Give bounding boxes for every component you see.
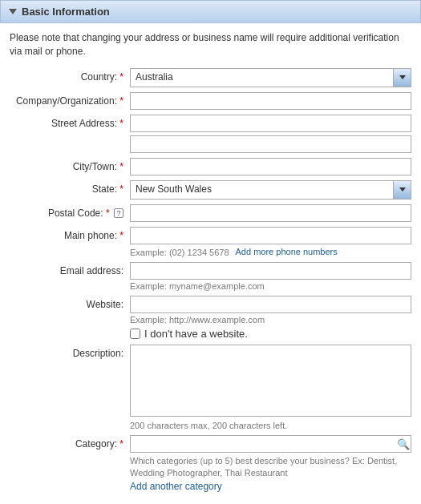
street-required: * [119,118,123,129]
website-label: Website: [10,296,130,310]
category-required: * [119,438,123,450]
category-hint: Which categories (up to 5) best describe… [130,455,411,480]
postal-input[interactable] [130,204,411,222]
email-input-cell: Example: myname@example.com [130,262,411,291]
state-dropdown-btn[interactable] [393,181,411,199]
website-input-cell: Example: http://www.example.com I don't … [130,296,411,340]
city-input-cell [130,158,411,175]
collapse-icon [9,9,17,14]
description-textarea[interactable] [130,345,411,417]
city-row: City/Town: * [10,158,411,175]
country-required: * [119,71,123,83]
city-required: * [119,161,123,172]
category-input-wrapper: 🔍 [130,435,411,453]
phone-row: Main phone: * Example: (02) 1234 5678 Ad… [10,227,411,257]
state-select-wrapper[interactable]: New South Wales [130,180,411,200]
website-row: Website: Example: http://www.example.com… [10,296,411,340]
no-website-checkbox[interactable] [130,329,140,339]
postal-help-icon[interactable]: ? [114,208,123,218]
street-input-2[interactable] [130,135,411,153]
company-input-cell [130,92,411,110]
description-char-count: 200 characters max, 200 characters left. [130,421,411,430]
postal-label: Postal Code: * ? [10,204,130,219]
state-required: * [119,183,123,195]
category-label: Category: * [10,435,130,450]
postal-required: * [106,208,110,219]
street-row: Street Address: * [10,115,411,153]
category-search-icon[interactable]: 🔍 [397,437,410,450]
category-row: Category: * 🔍 Which categories (up to 5)… [10,435,411,493]
phone-input[interactable] [130,227,411,244]
section-title: Basic Information [22,6,110,18]
website-example: Example: http://www.example.com [130,315,411,325]
country-input-cell: Australia [130,68,411,87]
postal-input-cell [130,204,411,222]
no-website-row: I don't have a website. [130,328,411,340]
company-label: Company/Organization: * [10,92,130,107]
city-input[interactable] [130,158,411,175]
city-label: City/Town: * [10,158,130,172]
add-phone-link[interactable]: Add more phone numbers [236,247,338,256]
website-input[interactable] [130,296,411,313]
state-label: State: * [10,180,130,195]
email-example: Example: myname@example.com [130,281,411,291]
phone-hint-row: Example: (02) 1234 5678 Add more phone n… [130,246,411,257]
section-header[interactable]: Basic Information [0,0,421,23]
info-text: Please note that changing your address o… [0,23,421,65]
category-input[interactable] [130,435,411,453]
description-label: Description: [10,345,130,359]
email-label: Email address: [10,262,130,276]
company-input[interactable] [130,92,411,110]
country-row: Country: * Australia [10,68,411,87]
company-required: * [119,95,123,107]
country-select-value: Australia [131,69,393,87]
form-area: Country: * Australia Company/Organizatio… [0,65,421,504]
state-select-value: New South Wales [131,181,393,199]
street-input-cell [130,115,411,153]
description-row: Description: 200 characters max, 200 cha… [10,345,411,430]
phone-example: Example: (02) 1234 5678 [130,248,229,257]
company-row: Company/Organization: * [10,92,411,110]
phone-required: * [119,230,123,241]
street-input-1[interactable] [130,115,411,132]
no-website-label: I don't have a website. [144,328,248,340]
phone-label: Main phone: * [10,227,130,241]
category-input-cell: 🔍 Which categories (up to 5) best descri… [130,435,411,493]
add-category-link[interactable]: Add another category [130,481,411,492]
country-dropdown-btn[interactable] [393,69,411,87]
state-row: State: * New South Wales [10,180,411,200]
description-input-cell: 200 characters max, 200 characters left. [130,345,411,430]
phone-input-cell: Example: (02) 1234 5678 Add more phone n… [130,227,411,257]
email-input[interactable] [130,262,411,280]
country-label: Country: * [10,68,130,83]
postal-row: Postal Code: * ? [10,204,411,222]
country-select-wrapper[interactable]: Australia [130,68,411,87]
email-row: Email address: Example: myname@example.c… [10,262,411,291]
street-label: Street Address: * [10,115,130,129]
state-input-cell: New South Wales [130,180,411,200]
